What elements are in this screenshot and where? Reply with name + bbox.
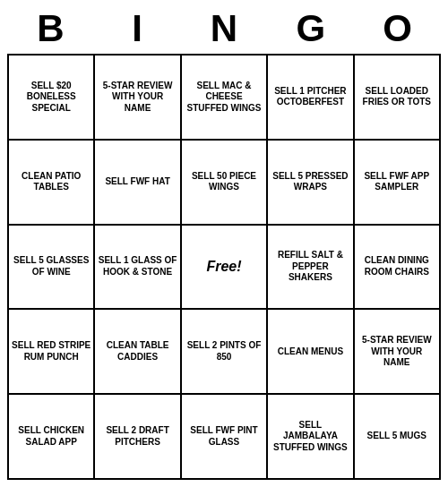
bingo-cell-5: CLEAN PATIO TABLES — [9, 141, 95, 226]
bingo-cell-3: SELL 1 PITCHER OCTOBERFEST — [268, 56, 354, 141]
bingo-letter-o: O — [358, 7, 437, 50]
bingo-cell-16: CLEAN TABLE CADDIES — [95, 310, 181, 395]
bingo-cell-10: SELL 5 GLASSES OF WINE — [9, 226, 95, 311]
bingo-cell-9: SELL FWF APP SAMPLER — [355, 141, 441, 226]
bingo-cell-7: SELL 50 PIECE WINGS — [182, 141, 268, 226]
bingo-letter-g: G — [271, 7, 350, 50]
bingo-cell-17: SELL 2 PINTS OF 850 — [182, 310, 268, 395]
bingo-cell-20: SELL CHICKEN SALAD APP — [9, 395, 95, 480]
bingo-cell-4: SELL LOADED FRIES OR TOTS — [355, 56, 441, 141]
bingo-cell-14: CLEAN DINING ROOM CHAIRS — [355, 226, 441, 311]
bingo-cell-11: SELL 1 GLASS OF HOOK & STONE — [95, 226, 181, 311]
bingo-cell-23: SELL JAMBALAYA STUFFED WINGS — [268, 395, 354, 480]
bingo-cell-0: SELL $20 BONELESS SPECIAL — [9, 56, 95, 141]
bingo-cell-13: REFILL SALT & PEPPER SHAKERS — [268, 226, 354, 311]
bingo-letter-b: B — [11, 7, 90, 50]
bingo-letter-n: N — [185, 7, 263, 50]
bingo-cell-12: Free! — [182, 226, 268, 311]
bingo-cell-24: SELL 5 MUGS — [355, 395, 441, 480]
bingo-cell-22: SELL FWF PINT GLASS — [182, 395, 268, 480]
bingo-cell-15: SELL RED STRIPE RUM PUNCH — [9, 310, 95, 395]
bingo-cell-21: SELL 2 DRAFT PITCHERS — [95, 395, 181, 480]
bingo-cell-2: SELL MAC & CHEESE STUFFED WINGS — [182, 56, 268, 141]
bingo-cell-1: 5-STAR REVIEW WITH YOUR NAME — [95, 56, 181, 141]
bingo-cell-18: CLEAN MENUS — [268, 310, 354, 395]
bingo-cell-19: 5-STAR REVIEW WITH YOUR NAME — [355, 310, 441, 395]
bingo-header: BINGO — [7, 7, 441, 50]
bingo-grid: SELL $20 BONELESS SPECIAL5-STAR REVIEW W… — [7, 54, 441, 480]
bingo-cell-6: SELL FWF HAT — [95, 141, 181, 226]
bingo-letter-i: I — [98, 7, 177, 50]
bingo-cell-8: SELL 5 PRESSED WRAPS — [268, 141, 354, 226]
